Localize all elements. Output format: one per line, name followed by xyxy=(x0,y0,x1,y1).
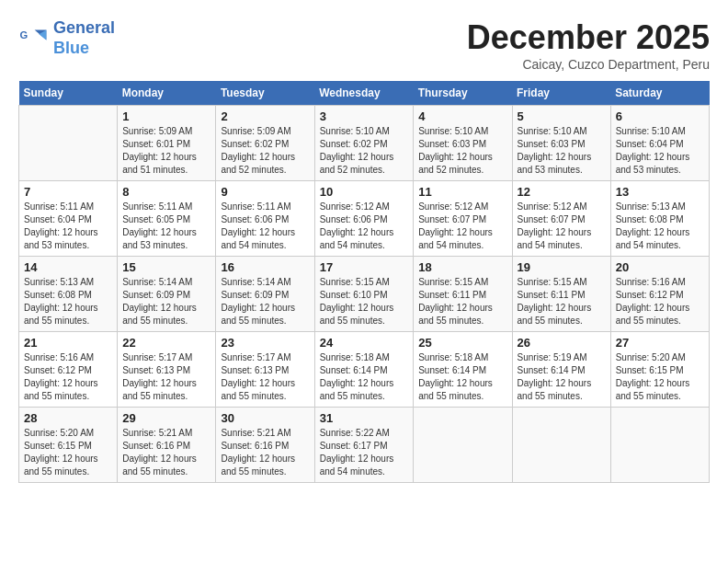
day-number: 3 xyxy=(320,109,409,123)
calendar-cell: 17Sunrise: 5:15 AM Sunset: 6:10 PM Dayli… xyxy=(314,257,414,332)
calendar-cell: 18Sunrise: 5:15 AM Sunset: 6:11 PM Dayli… xyxy=(414,257,512,332)
calendar-cell: 19Sunrise: 5:15 AM Sunset: 6:11 PM Dayli… xyxy=(512,257,610,332)
week-row-2: 7Sunrise: 5:11 AM Sunset: 6:04 PM Daylig… xyxy=(19,181,710,257)
day-number: 23 xyxy=(221,336,309,350)
calendar-cell: 31Sunrise: 5:22 AM Sunset: 6:17 PM Dayli… xyxy=(314,408,414,483)
day-number: 30 xyxy=(221,411,309,425)
calendar-cell: 2Sunrise: 5:09 AM Sunset: 6:02 PM Daylig… xyxy=(216,106,314,181)
weekday-header-tuesday: Tuesday xyxy=(216,81,314,106)
weekday-header-sunday: Sunday xyxy=(19,81,118,106)
day-info: Sunrise: 5:14 AM Sunset: 6:09 PM Dayligh… xyxy=(221,276,309,327)
day-info: Sunrise: 5:10 AM Sunset: 6:03 PM Dayligh… xyxy=(518,125,606,177)
day-info: Sunrise: 5:18 AM Sunset: 6:14 PM Dayligh… xyxy=(418,351,506,403)
day-number: 2 xyxy=(221,109,309,123)
logo-icon: G xyxy=(18,24,48,53)
calendar-cell: 24Sunrise: 5:18 AM Sunset: 6:14 PM Dayli… xyxy=(314,332,414,408)
day-number: 6 xyxy=(616,109,704,123)
day-info: Sunrise: 5:17 AM Sunset: 6:13 PM Dayligh… xyxy=(122,351,210,403)
day-number: 4 xyxy=(418,109,506,123)
weekday-header-row: SundayMondayTuesdayWednesdayThursdayFrid… xyxy=(19,81,710,106)
day-number: 5 xyxy=(518,109,606,123)
calendar-cell: 20Sunrise: 5:16 AM Sunset: 6:12 PM Dayli… xyxy=(610,257,709,332)
logo-text: GeneralBlue xyxy=(53,18,115,58)
day-info: Sunrise: 5:20 AM Sunset: 6:15 PM Dayligh… xyxy=(24,427,112,478)
title-block: December 2025 Caicay, Cuzco Department, … xyxy=(467,18,710,72)
calendar-cell: 21Sunrise: 5:16 AM Sunset: 6:12 PM Dayli… xyxy=(19,332,118,408)
day-number: 8 xyxy=(122,185,210,199)
day-number: 24 xyxy=(320,336,409,350)
day-number: 22 xyxy=(122,336,210,350)
day-info: Sunrise: 5:12 AM Sunset: 6:07 PM Dayligh… xyxy=(518,201,606,252)
week-row-5: 28Sunrise: 5:20 AM Sunset: 6:15 PM Dayli… xyxy=(19,408,710,483)
weekday-header-friday: Friday xyxy=(512,81,610,106)
day-info: Sunrise: 5:12 AM Sunset: 6:07 PM Dayligh… xyxy=(418,201,506,252)
svg-text:G: G xyxy=(20,29,28,40)
day-info: Sunrise: 5:16 AM Sunset: 6:12 PM Dayligh… xyxy=(24,351,112,403)
day-number: 28 xyxy=(24,411,112,425)
calendar-cell: 1Sunrise: 5:09 AM Sunset: 6:01 PM Daylig… xyxy=(118,106,216,181)
day-info: Sunrise: 5:16 AM Sunset: 6:12 PM Dayligh… xyxy=(616,276,704,327)
logo: G GeneralBlue xyxy=(18,18,115,58)
calendar-cell: 7Sunrise: 5:11 AM Sunset: 6:04 PM Daylig… xyxy=(19,181,118,257)
calendar-cell: 9Sunrise: 5:11 AM Sunset: 6:06 PM Daylig… xyxy=(216,181,314,257)
calendar-cell: 23Sunrise: 5:17 AM Sunset: 6:13 PM Dayli… xyxy=(216,332,314,408)
day-info: Sunrise: 5:13 AM Sunset: 6:08 PM Dayligh… xyxy=(24,276,112,327)
day-info: Sunrise: 5:09 AM Sunset: 6:02 PM Dayligh… xyxy=(221,125,309,177)
calendar-cell xyxy=(414,408,512,483)
calendar-cell xyxy=(512,408,610,483)
day-number: 11 xyxy=(418,185,506,199)
day-info: Sunrise: 5:09 AM Sunset: 6:01 PM Dayligh… xyxy=(122,125,210,177)
day-info: Sunrise: 5:12 AM Sunset: 6:06 PM Dayligh… xyxy=(320,201,409,252)
day-number: 19 xyxy=(518,260,606,274)
calendar-cell: 30Sunrise: 5:21 AM Sunset: 6:16 PM Dayli… xyxy=(216,408,314,483)
calendar-cell: 16Sunrise: 5:14 AM Sunset: 6:09 PM Dayli… xyxy=(216,257,314,332)
weekday-header-saturday: Saturday xyxy=(610,81,709,106)
day-info: Sunrise: 5:22 AM Sunset: 6:17 PM Dayligh… xyxy=(320,427,409,478)
week-row-4: 21Sunrise: 5:16 AM Sunset: 6:12 PM Dayli… xyxy=(19,332,710,408)
day-info: Sunrise: 5:13 AM Sunset: 6:08 PM Dayligh… xyxy=(616,201,704,252)
month-title: December 2025 xyxy=(467,18,710,57)
calendar-cell: 11Sunrise: 5:12 AM Sunset: 6:07 PM Dayli… xyxy=(414,181,512,257)
calendar-cell: 22Sunrise: 5:17 AM Sunset: 6:13 PM Dayli… xyxy=(118,332,216,408)
week-row-3: 14Sunrise: 5:13 AM Sunset: 6:08 PM Dayli… xyxy=(19,257,710,332)
calendar-cell: 29Sunrise: 5:21 AM Sunset: 6:16 PM Dayli… xyxy=(118,408,216,483)
week-row-1: 1Sunrise: 5:09 AM Sunset: 6:01 PM Daylig… xyxy=(19,106,710,181)
calendar-cell: 28Sunrise: 5:20 AM Sunset: 6:15 PM Dayli… xyxy=(19,408,118,483)
calendar-cell: 3Sunrise: 5:10 AM Sunset: 6:02 PM Daylig… xyxy=(314,106,414,181)
calendar-cell: 27Sunrise: 5:20 AM Sunset: 6:15 PM Dayli… xyxy=(610,332,709,408)
calendar-cell: 6Sunrise: 5:10 AM Sunset: 6:04 PM Daylig… xyxy=(610,106,709,181)
day-info: Sunrise: 5:20 AM Sunset: 6:15 PM Dayligh… xyxy=(616,351,704,403)
day-number: 14 xyxy=(24,260,112,274)
calendar-cell: 12Sunrise: 5:12 AM Sunset: 6:07 PM Dayli… xyxy=(512,181,610,257)
location-subtitle: Caicay, Cuzco Department, Peru xyxy=(467,57,710,72)
day-number: 7 xyxy=(24,185,112,199)
page-header: G GeneralBlue December 2025 Caicay, Cuzc… xyxy=(18,18,710,72)
day-number: 27 xyxy=(616,336,704,350)
day-info: Sunrise: 5:11 AM Sunset: 6:05 PM Dayligh… xyxy=(122,201,210,252)
day-number: 31 xyxy=(320,411,409,425)
day-number: 25 xyxy=(418,336,506,350)
calendar-cell: 26Sunrise: 5:19 AM Sunset: 6:14 PM Dayli… xyxy=(512,332,610,408)
day-number: 17 xyxy=(320,260,409,274)
calendar-cell: 14Sunrise: 5:13 AM Sunset: 6:08 PM Dayli… xyxy=(19,257,118,332)
day-number: 26 xyxy=(518,336,606,350)
calendar-cell xyxy=(610,408,709,483)
calendar-cell: 4Sunrise: 5:10 AM Sunset: 6:03 PM Daylig… xyxy=(414,106,512,181)
day-number: 16 xyxy=(221,260,309,274)
day-info: Sunrise: 5:15 AM Sunset: 6:11 PM Dayligh… xyxy=(518,276,606,327)
day-number: 13 xyxy=(616,185,704,199)
calendar-cell xyxy=(19,106,118,181)
day-info: Sunrise: 5:18 AM Sunset: 6:14 PM Dayligh… xyxy=(320,351,409,403)
weekday-header-monday: Monday xyxy=(118,81,216,106)
day-number: 18 xyxy=(418,260,506,274)
day-info: Sunrise: 5:15 AM Sunset: 6:10 PM Dayligh… xyxy=(320,276,409,327)
day-info: Sunrise: 5:21 AM Sunset: 6:16 PM Dayligh… xyxy=(221,427,309,478)
calendar-cell: 5Sunrise: 5:10 AM Sunset: 6:03 PM Daylig… xyxy=(512,106,610,181)
calendar-table: SundayMondayTuesdayWednesdayThursdayFrid… xyxy=(18,81,710,483)
calendar-cell: 8Sunrise: 5:11 AM Sunset: 6:05 PM Daylig… xyxy=(118,181,216,257)
day-info: Sunrise: 5:17 AM Sunset: 6:13 PM Dayligh… xyxy=(221,351,309,403)
calendar-cell: 13Sunrise: 5:13 AM Sunset: 6:08 PM Dayli… xyxy=(610,181,709,257)
day-info: Sunrise: 5:21 AM Sunset: 6:16 PM Dayligh… xyxy=(122,427,210,478)
day-number: 12 xyxy=(518,185,606,199)
day-number: 10 xyxy=(320,185,409,199)
